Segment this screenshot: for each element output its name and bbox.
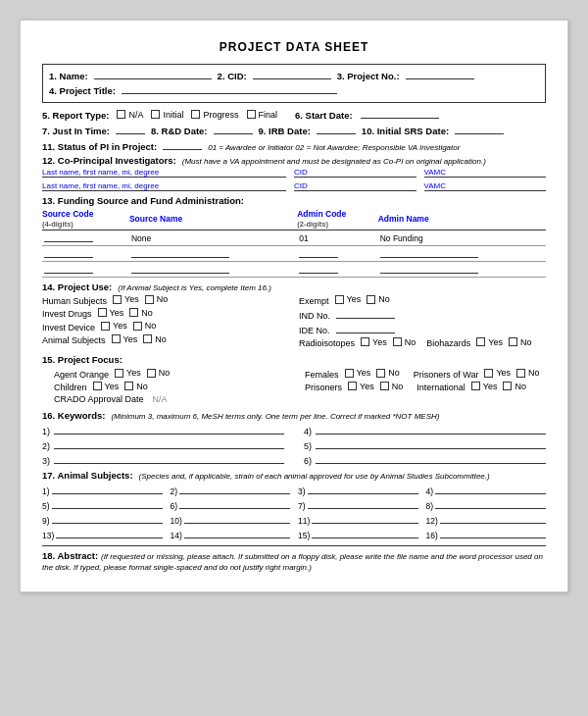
females-no-box[interactable] (376, 369, 385, 378)
animal-line-13[interactable] (56, 528, 162, 538)
children-no[interactable]: No (124, 382, 148, 391)
funding-cell-3-2[interactable] (129, 262, 297, 278)
children-no-box[interactable] (124, 382, 133, 390)
bio-yes[interactable]: Yes (476, 337, 503, 347)
funding-admin-code-2[interactable] (299, 247, 338, 258)
ide-field[interactable] (336, 323, 395, 333)
pow-no-box[interactable] (516, 369, 525, 378)
section-11-field[interactable] (163, 139, 202, 150)
bio-yes-box[interactable] (476, 337, 485, 346)
just-in-time-field[interactable] (116, 124, 145, 134)
animal-line-7[interactable] (308, 498, 418, 509)
animal-line-4[interactable] (435, 484, 546, 494)
funding-cell-2-2[interactable] (129, 246, 297, 262)
animal-line-12[interactable] (440, 513, 546, 524)
funding-cell-3-1[interactable] (42, 262, 129, 278)
human-subjects-yes-box[interactable] (113, 295, 122, 304)
animal-line-15[interactable] (312, 528, 417, 538)
animal-subjects-no[interactable]: No (143, 334, 167, 344)
ao-no[interactable]: No (147, 368, 171, 378)
females-yes-box[interactable] (345, 369, 354, 378)
funding-cell-2-1[interactable] (42, 246, 129, 262)
females-yes[interactable]: Yes (345, 368, 371, 378)
exempt-no[interactable]: No (367, 294, 390, 304)
human-subjects-no[interactable]: No (145, 294, 169, 304)
animal-line-2[interactable] (179, 484, 290, 494)
checkbox-initial-box[interactable] (151, 110, 160, 119)
checkbox-na-box[interactable] (117, 110, 125, 119)
funding-cell-1-1[interactable] (42, 230, 129, 246)
start-date-field[interactable] (361, 108, 439, 119)
project-title-field[interactable] (122, 83, 337, 94)
kw-line-2[interactable] (54, 438, 284, 449)
invest-drugs-yes[interactable]: Yes (98, 308, 124, 318)
project-no-field[interactable] (406, 69, 474, 79)
checkbox-initial[interactable]: Initial (151, 110, 183, 120)
funding-source-name-2[interactable] (131, 247, 229, 258)
kw-line-5[interactable] (316, 438, 546, 449)
initial-srs-field[interactable] (455, 124, 504, 134)
checkbox-progress[interactable]: Progress (191, 110, 238, 120)
invest-drugs-no-box[interactable] (129, 308, 138, 317)
pow-yes-box[interactable] (484, 369, 493, 378)
females-no[interactable]: No (376, 368, 400, 378)
kw-line-3[interactable] (54, 453, 284, 464)
intl-yes[interactable]: Yes (471, 382, 498, 391)
intl-yes-box[interactable] (471, 382, 480, 390)
invest-device-no[interactable]: No (133, 321, 157, 331)
funding-source-code-1[interactable] (44, 231, 93, 242)
pow-yes[interactable]: Yes (484, 368, 511, 378)
funding-cell-3-3[interactable] (297, 262, 377, 278)
animal-line-5[interactable] (52, 498, 163, 509)
animal-line-11[interactable] (312, 513, 417, 524)
checkbox-na[interactable]: N/A (117, 110, 143, 120)
prisoners-yes[interactable]: Yes (348, 382, 374, 391)
human-subjects-no-box[interactable] (145, 295, 154, 304)
children-yes-box[interactable] (93, 382, 102, 390)
ind-field[interactable] (336, 308, 395, 319)
animal-line-6[interactable] (179, 498, 290, 509)
radio-no[interactable]: No (393, 337, 416, 347)
invest-device-no-box[interactable] (133, 322, 142, 331)
funding-cell-3-4[interactable] (378, 262, 546, 278)
funding-admin-name-2[interactable] (380, 247, 478, 258)
human-subjects-yes[interactable]: Yes (113, 294, 139, 304)
animal-line-1[interactable] (52, 484, 163, 494)
animal-subjects-no-box[interactable] (143, 334, 152, 343)
cid-field[interactable] (253, 69, 331, 79)
children-yes[interactable]: Yes (93, 382, 120, 391)
bio-no-box[interactable] (509, 337, 517, 346)
radio-yes-box[interactable] (361, 337, 369, 346)
exempt-no-box[interactable] (367, 295, 375, 304)
checkbox-final-box[interactable] (247, 110, 256, 119)
name-field[interactable] (94, 69, 212, 79)
radio-yes[interactable]: Yes (361, 337, 387, 347)
kw-line-6[interactable] (316, 453, 546, 464)
exempt-yes-box[interactable] (335, 295, 344, 304)
invest-device-yes-box[interactable] (101, 322, 110, 331)
animal-subjects-yes[interactable]: Yes (112, 334, 138, 344)
invest-device-yes[interactable]: Yes (101, 321, 127, 331)
bio-no[interactable]: No (509, 337, 532, 347)
ao-yes[interactable]: Yes (115, 368, 141, 378)
animal-line-8[interactable] (435, 498, 546, 509)
intl-no[interactable]: No (503, 382, 526, 391)
funding-source-name-3[interactable] (131, 263, 229, 274)
animal-line-3[interactable] (308, 484, 418, 494)
invest-drugs-yes-box[interactable] (98, 308, 107, 317)
exempt-yes[interactable]: Yes (335, 294, 362, 304)
rd-date-field[interactable] (214, 124, 253, 134)
pow-no[interactable]: No (516, 368, 540, 378)
animal-subjects-yes-box[interactable] (112, 334, 121, 343)
animal-line-10[interactable] (184, 513, 290, 524)
funding-source-code-2[interactable] (44, 247, 93, 258)
funding-cell-2-4[interactable] (378, 246, 546, 262)
funding-admin-name-3[interactable] (380, 263, 478, 274)
prisoners-no-box[interactable] (380, 382, 389, 390)
animal-line-14[interactable] (184, 528, 290, 538)
irb-date-field[interactable] (317, 124, 356, 134)
animal-line-16[interactable] (440, 528, 546, 538)
animal-line-9[interactable] (52, 513, 163, 524)
ao-no-box[interactable] (147, 369, 156, 378)
ao-yes-box[interactable] (115, 369, 123, 378)
